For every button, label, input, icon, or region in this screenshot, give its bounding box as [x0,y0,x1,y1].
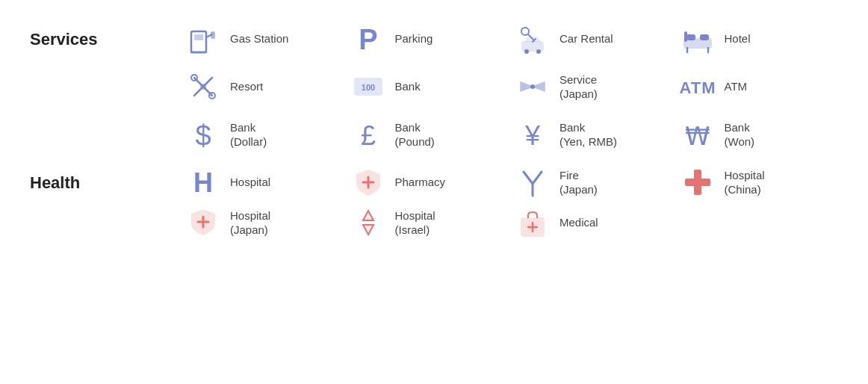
fire-japan-icon [516,166,549,199]
services-heading: Services [30,22,98,49]
svg-line-36 [533,172,542,184]
car-rental-label: Car Rental [559,31,613,46]
list-item: ¥ Bank(Yen, RMB) [516,118,674,151]
services-section: Services Gas Station [30,22,838,158]
svg-rect-13 [686,34,695,40]
hospital-japan-icon [187,206,220,239]
list-item: Service(Japan) [516,70,674,103]
svg-point-11 [536,49,541,54]
hospital-israel-icon [352,206,385,239]
list-item: Hospital(China) [681,166,839,199]
list-item: Gas Station [187,22,344,55]
hotel-icon [681,22,714,55]
main-container: Services Gas Station [0,0,868,276]
pharmacy-label: Pharmacy [395,175,446,190]
hotel-label: Hotel [725,31,751,46]
svg-line-35 [524,172,533,184]
empty-cell [681,206,839,239]
svg-text:¥: ¥ [524,120,541,151]
list-item: Pharmacy [352,166,509,199]
svg-text:$: $ [195,120,211,151]
svg-point-10 [524,49,529,54]
hospital-israel-label: Hospital(Israel) [395,208,435,238]
svg-text:ATM: ATM [679,78,716,97]
svg-point-25 [530,84,535,89]
hospital-china-label: Hospital(China) [725,168,765,197]
fire-japan-label: Fire(Japan) [559,168,598,197]
health-heading: Health [30,166,80,192]
medical-label: Medical [559,215,598,230]
gas-station-icon [187,22,220,55]
service-japan-icon [516,70,549,103]
svg-text:P: P [359,24,377,55]
svg-text:₩: ₩ [685,122,710,150]
resort-icon [187,70,220,103]
svg-text:£: £ [360,120,375,151]
hospital-china-icon [681,166,714,199]
health-section: Health H Hospital [30,166,838,247]
bank-icon: 100 [352,70,385,103]
medical-icon [516,206,549,239]
service-japan-label: Service(Japan) [559,72,598,102]
svg-rect-14 [700,34,709,40]
bank-pound-icon: £ [352,118,385,151]
list-item: P Parking [352,22,509,55]
bank-won-label: Bank(Won) [725,120,755,149]
list-item: ATM ATM [681,70,839,103]
atm-label: ATM [725,79,748,94]
bank-label: Bank [395,79,421,94]
list-item: Hotel [681,22,839,55]
bank-yen-label: Bank(Yen, RMB) [559,120,617,149]
list-item: Resort [187,70,344,103]
resort-label: Resort [230,79,263,94]
list-item: £ Bank(Pound) [352,118,509,151]
hospital-icon: H [187,166,220,199]
bank-yen-icon: ¥ [516,118,549,151]
bank-pound-label: Bank(Pound) [395,120,435,149]
bank-won-icon: ₩ [681,118,714,151]
pharmacy-icon [352,166,385,199]
parking-label: Parking [395,31,433,46]
svg-rect-9 [522,42,543,51]
svg-rect-3 [211,31,215,39]
hospital-label: Hospital [230,175,270,190]
list-item: Fire(Japan) [516,166,674,199]
svg-rect-17 [684,31,687,42]
list-item: $ Bank(Dollar) [187,118,344,151]
gas-station-label: Gas Station [230,31,288,46]
list-item: ₩ Bank(Won) [681,118,839,151]
list-item: Hospital(Japan) [187,206,344,239]
hospital-japan-label: Hospital(Japan) [230,208,270,238]
svg-point-20 [200,84,206,90]
list-item: Hospital(Israel) [352,206,509,239]
bank-dollar-icon: $ [187,118,220,151]
svg-marker-44 [363,225,373,235]
svg-rect-38 [685,179,710,186]
list-item: Medical [516,206,674,239]
svg-text:H: H [193,167,213,198]
svg-rect-1 [194,34,203,40]
list-item: Car Rental [516,22,674,55]
list-item: 100 Bank [352,70,509,103]
svg-marker-43 [363,211,373,220]
parking-icon: P [352,22,385,55]
atm-icon: ATM [681,70,714,103]
svg-text:100: 100 [361,83,374,92]
car-rental-icon [516,22,549,55]
list-item: H Hospital [187,166,344,199]
bank-dollar-label: Bank(Dollar) [230,120,267,149]
